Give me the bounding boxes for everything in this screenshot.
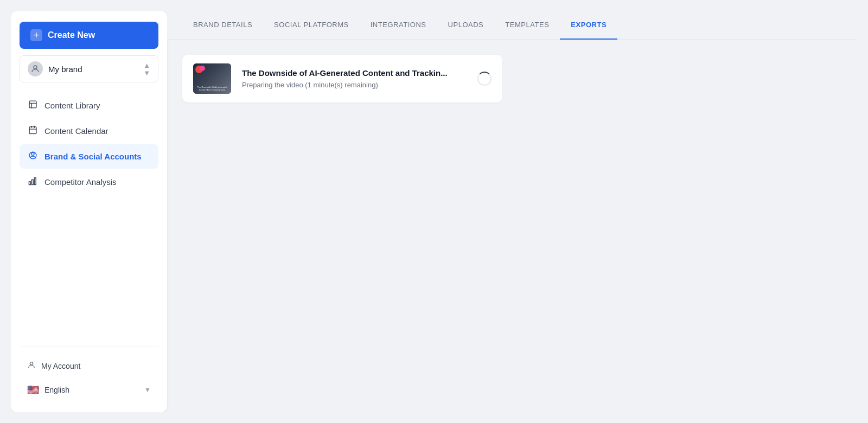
svg-rect-12 [34,178,36,185]
svg-point-8 [31,152,34,155]
brand-name: My brand [48,65,138,74]
thumbnail-pink-blob [200,66,205,71]
nav-items: Content Library Content Calendar Brand &… [20,93,158,346]
create-new-button[interactable]: + Create New [20,22,158,49]
tab-uploads[interactable]: UPLOADS [437,11,495,40]
chevron-down-icon: ▼ [144,386,151,394]
export-card: The Downside Of AI-generated Content And… [182,55,502,102]
content-library-icon [27,100,38,111]
thumbnail-text-overlay: The Downside Of AI-generated Content And… [194,85,230,92]
export-title: The Downside of AI-Generated Content and… [242,68,467,78]
sidebar-item-competitor-analysis[interactable]: Competitor Analysis [20,170,158,194]
main-content: BRAND DETAILS SOCIAL PLATFORMS INTEGRATI… [167,11,857,412]
my-account-icon [27,361,36,371]
tabs-bar: BRAND DETAILS SOCIAL PLATFORMS INTEGRATI… [167,11,857,40]
sidebar: + Create New My brand ▲ ▼ [11,11,167,412]
my-account-item[interactable]: My Account [20,355,158,376]
svg-rect-11 [31,180,33,184]
sidebar-item-content-calendar[interactable]: Content Calendar [20,119,158,143]
chevron-updown-icon: ▲ ▼ [143,62,150,76]
svg-rect-10 [29,182,30,185]
tab-integrations[interactable]: INTEGRATIONS [360,11,437,40]
sidebar-item-label: Content Library [44,101,100,110]
brand-selector[interactable]: My brand ▲ ▼ [20,55,158,82]
language-label: English [44,386,139,394]
tab-exports[interactable]: EXPORTS [560,11,617,40]
svg-rect-4 [29,127,36,134]
language-selector[interactable]: 🇺🇸 English ▼ [20,379,158,401]
content-calendar-icon [27,125,38,137]
sidebar-item-label: Brand & Social Accounts [44,152,142,161]
tab-templates[interactable]: TEMPLATES [494,11,560,40]
plus-icon: + [30,29,42,41]
app-container: + Create New My brand ▲ ▼ [11,11,857,412]
svg-rect-1 [29,101,36,108]
export-status: Preparing the video (1 minute(s) remaini… [242,81,467,89]
tab-social-platforms[interactable]: SOCIAL PLATFORMS [263,11,360,40]
competitor-analysis-icon [27,176,38,188]
video-thumbnail: The Downside Of AI-generated Content And… [193,63,231,94]
svg-point-13 [30,362,33,365]
export-area: The Downside Of AI-generated Content And… [167,40,857,413]
sidebar-item-brand-social[interactable]: Brand & Social Accounts [20,144,158,169]
flag-icon: 🇺🇸 [27,384,39,396]
thumbnail-inner: The Downside Of AI-generated Content And… [193,63,231,94]
loading-spinner [477,72,492,86]
brand-social-icon [27,151,38,162]
my-account-label: My Account [41,362,80,370]
export-info: The Downside of AI-Generated Content and… [242,68,467,89]
sidebar-item-label: Competitor Analysis [44,177,117,187]
tab-brand-details[interactable]: BRAND DETAILS [182,11,263,40]
svg-point-0 [34,66,37,69]
create-new-label: Create New [48,30,95,40]
brand-avatar-icon [28,61,43,76]
sidebar-item-content-library[interactable]: Content Library [20,93,158,118]
sidebar-item-label: Content Calendar [44,126,108,136]
sidebar-bottom: My Account 🇺🇸 English ▼ [20,346,158,401]
